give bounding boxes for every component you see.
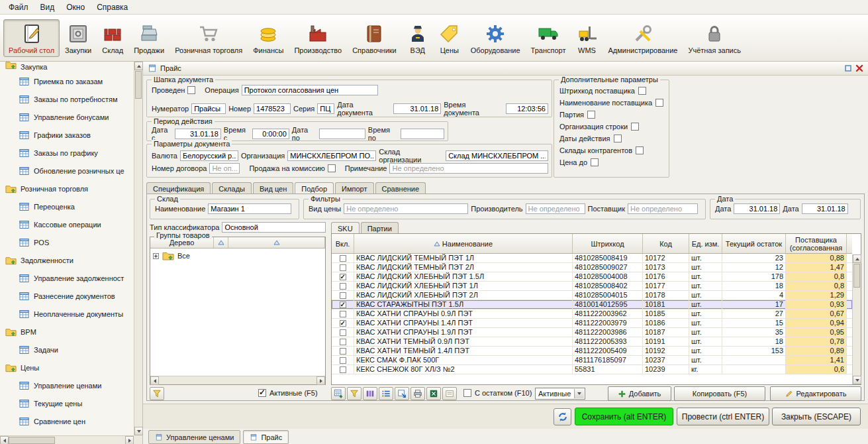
row-include-checkbox[interactable] [340, 264, 346, 271]
supplier-field[interactable] [628, 203, 698, 214]
numerator-field[interactable] [191, 103, 226, 114]
col-header-unit[interactable]: Ед. изм. [689, 234, 722, 253]
row-include-checkbox[interactable] [340, 348, 346, 355]
sidebar-item[interactable]: Задачи [0, 341, 134, 359]
add-button[interactable]: Добавить [608, 386, 671, 401]
scroll-up-icon[interactable] [853, 254, 861, 263]
table-row[interactable]: КВАС ЛИДСКИЙ ХЛЕБНЫЙ ПЭТ 1Л 481028500840… [332, 282, 852, 291]
menu-item[interactable]: Справка [91, 1, 134, 14]
with-stock-checkbox[interactable] [463, 389, 471, 397]
sidebar-item[interactable]: Приемка по заказам [0, 72, 134, 90]
toolbar-item[interactable]: Транспорт [526, 19, 571, 57]
document-tab[interactable]: Сравнение [375, 182, 426, 194]
row-include-checkbox[interactable] [340, 320, 346, 327]
row-include-checkbox[interactable] [340, 339, 346, 345]
sku-tab[interactable]: Партии [361, 222, 399, 234]
tree-column-header-2[interactable] [228, 237, 325, 248]
sidebar-item[interactable]: BPM [0, 323, 134, 341]
col-header-barcode[interactable]: Штрихкод [573, 234, 643, 253]
extra-param-checkbox[interactable] [636, 146, 644, 154]
organization-field[interactable] [287, 150, 376, 161]
scrollbar-thumb[interactable] [9, 437, 55, 444]
proveden-checkbox[interactable] [187, 86, 195, 94]
table-row[interactable]: КВАС ЛИДСКИЙ ХЛЕБНЫЙ ПЭТ 1.5Л 4810285004… [332, 272, 852, 282]
mode-dropdown[interactable]: Активные [535, 388, 585, 400]
table-tool-button[interactable] [347, 387, 362, 400]
col-header-include[interactable]: Вкл. [332, 234, 354, 253]
scroll-right-icon[interactable] [316, 376, 325, 385]
sidebar-item[interactable]: Заказы по потребностям [0, 90, 134, 108]
sidebar-item[interactable]: POS [0, 233, 134, 251]
row-include-checkbox[interactable] [340, 357, 346, 364]
tree-row-all[interactable]: Все [150, 249, 325, 263]
table-tool-button[interactable] [379, 387, 393, 400]
window-tab[interactable]: Управление ценами [148, 430, 240, 444]
toolbar-item[interactable]: Оборудование [465, 19, 526, 57]
scroll-left-icon[interactable] [0, 436, 9, 444]
document-tab[interactable]: Склады [212, 182, 252, 194]
toolbar-item[interactable]: Производство [289, 19, 347, 57]
sidebar-item[interactable]: Сравнение цен [0, 412, 134, 430]
close-button[interactable]: Закрыть (ESCAPE) [772, 408, 861, 425]
scrollbar-thumb[interactable] [853, 264, 860, 288]
row-include-checkbox[interactable] [340, 274, 346, 280]
number-field[interactable] [254, 103, 291, 114]
toolbar-item[interactable]: Рабочий стол [3, 19, 60, 57]
window-tab[interactable]: Прайс [243, 430, 289, 444]
col-header-code[interactable]: Код [643, 234, 689, 253]
sidebar-item[interactable]: Управление задолженност [0, 269, 134, 287]
scroll-down-icon[interactable] [853, 376, 861, 384]
sidebar-item[interactable]: Обновление розничных це [0, 162, 134, 180]
chevron-down-icon[interactable] [574, 389, 584, 398]
table-row[interactable]: КВАС ХАТНИ СПРАУНЫ 0.9Л ПЭТ 481122200396… [332, 309, 852, 319]
sidebar-item[interactable]: Розничная торговля [0, 180, 134, 197]
table-vertical-scrollbar[interactable] [852, 254, 861, 384]
currency-field[interactable] [180, 150, 238, 161]
scroll-up-icon[interactable] [134, 62, 143, 70]
col-header-supplier-price[interactable]: Поставщика (согласованная [786, 234, 847, 253]
sidebar-vertical-scrollbar[interactable] [134, 62, 142, 435]
note-field[interactable] [389, 163, 548, 174]
sidebar-item[interactable]: Кассовые операции [0, 215, 134, 233]
doc-time-field[interactable] [506, 103, 548, 114]
operation-field[interactable] [242, 85, 378, 95]
save-button[interactable]: Сохранить (alt ENTER) [575, 408, 673, 425]
sidebar-item[interactable]: Разнесение документов [0, 287, 134, 305]
table-row[interactable]: КВАС ЛИДСКИЙ ХЛЕБНЫЙ ПЭТ 2Л 481028500401… [332, 291, 852, 300]
extra-param-checkbox[interactable] [614, 135, 622, 142]
row-include-checkbox[interactable] [340, 255, 346, 262]
menu-item[interactable]: Окно [60, 1, 91, 14]
sort-icon[interactable] [214, 237, 228, 248]
classifier-field[interactable] [222, 222, 326, 233]
sidebar-item[interactable]: Закупка [0, 62, 134, 72]
table-row[interactable]: КЕКС СМАК Ф.ПАК 500Г 4811176185097 10237… [332, 356, 852, 365]
table-tool-button[interactable] [395, 387, 409, 400]
menu-item[interactable]: Вид [34, 1, 61, 14]
col-header-name[interactable]: Наименование [354, 234, 573, 253]
contract-field[interactable] [209, 163, 240, 174]
scrollbar-thumb[interactable] [135, 71, 142, 99]
date1-field[interactable] [734, 203, 780, 214]
commission-checkbox[interactable] [328, 164, 336, 172]
row-include-checkbox[interactable] [340, 283, 346, 290]
col-header-stock[interactable]: Текущий остаток [722, 234, 786, 253]
scroll-down-icon[interactable] [134, 427, 143, 435]
extra-param-checkbox[interactable] [631, 123, 639, 131]
table-tool-button[interactable] [331, 387, 346, 400]
menu-item[interactable]: Файл [3, 1, 34, 14]
tree-horizontal-scrollbar[interactable] [150, 376, 325, 384]
sidebar-item[interactable]: Графики заказов [0, 126, 134, 144]
row-include-checkbox[interactable] [340, 311, 346, 317]
table-tool-button[interactable] [442, 387, 457, 400]
table-row[interactable]: КВАС ХАТНИ ТЕМНЫЙ 1.4Л ПЭТ 4811222005409… [332, 347, 852, 356]
date-to-field[interactable] [319, 129, 365, 139]
toolbar-item[interactable]: Учётная запись [683, 19, 746, 57]
table-row[interactable]: КВАС СТАРАЖЫТНЫ ПЭТ 1.5Л 4810014012595 1… [332, 300, 852, 309]
extra-param-checkbox[interactable] [638, 87, 646, 95]
sidebar-horizontal-scrollbar[interactable] [0, 435, 134, 444]
document-tab[interactable]: Вид цен [253, 182, 293, 194]
edit-button[interactable]: Редактировать [770, 386, 861, 401]
sidebar-item[interactable]: Заказы по графику [0, 144, 134, 162]
table-tool-button[interactable] [410, 387, 425, 400]
row-include-checkbox[interactable] [340, 329, 346, 336]
